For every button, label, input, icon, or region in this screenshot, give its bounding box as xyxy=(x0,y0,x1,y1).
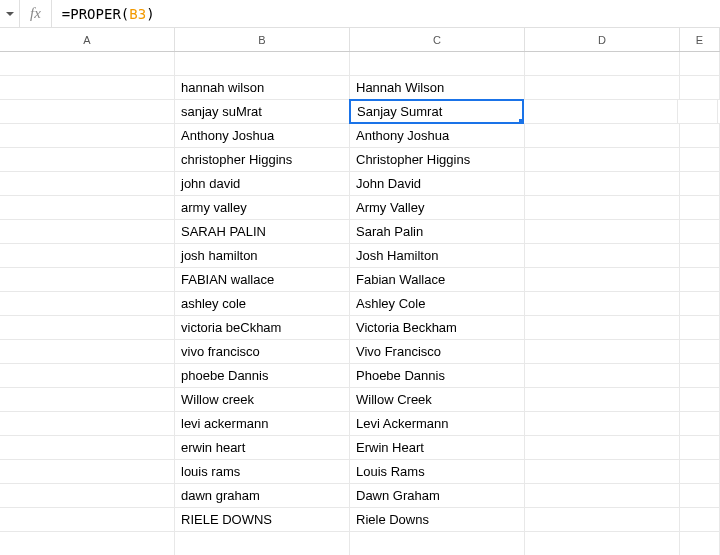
cell[interactable] xyxy=(350,532,525,555)
cell[interactable]: Ashley Cole xyxy=(350,292,525,315)
cell[interactable]: Hannah Wilson xyxy=(350,76,525,99)
cell[interactable] xyxy=(350,52,525,75)
cell[interactable]: Victoria Beckham xyxy=(350,316,525,339)
cell[interactable]: levi ackermann xyxy=(175,412,350,435)
cell[interactable]: John David xyxy=(350,172,525,195)
cell[interactable]: Levi Ackermann xyxy=(350,412,525,435)
cell[interactable]: Anthony Joshua xyxy=(175,124,350,147)
cell[interactable] xyxy=(525,292,680,315)
cell[interactable]: john david xyxy=(175,172,350,195)
cell[interactable] xyxy=(175,52,350,75)
cell[interactable]: sanjay suMrat xyxy=(175,100,350,123)
cell[interactable] xyxy=(680,364,720,387)
cell[interactable]: hannah wilson xyxy=(175,76,350,99)
cell[interactable] xyxy=(0,316,175,339)
cell[interactable]: Sarah Palin xyxy=(350,220,525,243)
cell[interactable]: Fabian Wallace xyxy=(350,268,525,291)
col-header-D[interactable]: D xyxy=(525,28,680,51)
cell[interactable] xyxy=(525,508,680,531)
cell[interactable] xyxy=(525,388,680,411)
cell[interactable] xyxy=(680,268,720,291)
cell[interactable]: victoria beCkham xyxy=(175,316,350,339)
cell[interactable] xyxy=(0,124,175,147)
cell[interactable] xyxy=(0,196,175,219)
cell[interactable] xyxy=(525,532,680,555)
cell[interactable] xyxy=(523,100,678,123)
cell[interactable] xyxy=(680,196,720,219)
cell[interactable] xyxy=(525,172,680,195)
cell[interactable] xyxy=(0,388,175,411)
cell[interactable]: Vivo Francisco xyxy=(350,340,525,363)
cell[interactable]: Willow Creek xyxy=(350,388,525,411)
cell[interactable]: christopher Higgins xyxy=(175,148,350,171)
cell[interactable]: Riele Downs xyxy=(350,508,525,531)
cell[interactable] xyxy=(0,460,175,483)
cell[interactable] xyxy=(0,244,175,267)
cell[interactable] xyxy=(0,532,175,555)
spreadsheet-grid[interactable]: hannah wilsonHannah Wilsonsanjay suMratS… xyxy=(0,52,720,555)
cell[interactable]: vivo francisco xyxy=(175,340,350,363)
cell[interactable]: Christopher Higgins xyxy=(350,148,525,171)
col-header-A[interactable]: A xyxy=(0,28,175,51)
cell[interactable] xyxy=(0,100,175,123)
cell[interactable]: Louis Rams xyxy=(350,460,525,483)
cell[interactable] xyxy=(0,52,175,75)
cell[interactable] xyxy=(680,292,720,315)
col-header-B[interactable]: B xyxy=(175,28,350,51)
cell[interactable] xyxy=(680,508,720,531)
cell[interactable] xyxy=(0,508,175,531)
cell[interactable] xyxy=(680,244,720,267)
cell[interactable]: Phoebe Dannis xyxy=(350,364,525,387)
cell[interactable] xyxy=(0,172,175,195)
cell[interactable] xyxy=(525,460,680,483)
cell[interactable]: Anthony Joshua xyxy=(350,124,525,147)
cell[interactable]: Army Valley xyxy=(350,196,525,219)
cell[interactable] xyxy=(525,76,680,99)
cell[interactable]: Erwin Heart xyxy=(350,436,525,459)
cell[interactable] xyxy=(0,340,175,363)
cell[interactable] xyxy=(680,76,720,99)
cell[interactable] xyxy=(680,340,720,363)
cell[interactable]: Josh Hamilton xyxy=(350,244,525,267)
cell[interactable] xyxy=(680,484,720,507)
cell[interactable] xyxy=(680,220,720,243)
cell[interactable]: Dawn Graham xyxy=(350,484,525,507)
cell[interactable]: Willow creek xyxy=(175,388,350,411)
cell[interactable] xyxy=(525,484,680,507)
cell[interactable]: ashley cole xyxy=(175,292,350,315)
cell[interactable] xyxy=(525,436,680,459)
formula-input[interactable]: =PROPER(B3) xyxy=(52,0,720,27)
col-header-C[interactable]: C xyxy=(350,28,525,51)
cell[interactable] xyxy=(0,484,175,507)
cell[interactable] xyxy=(525,148,680,171)
cell[interactable] xyxy=(680,388,720,411)
cell[interactable]: josh hamilton xyxy=(175,244,350,267)
cell[interactable] xyxy=(680,172,720,195)
cell[interactable] xyxy=(0,292,175,315)
cell[interactable]: FABIAN wallace xyxy=(175,268,350,291)
cell[interactable] xyxy=(0,436,175,459)
cell[interactable] xyxy=(525,364,680,387)
cell[interactable] xyxy=(525,52,680,75)
cell[interactable]: Sanjay Sumrat xyxy=(349,99,524,124)
cell[interactable] xyxy=(680,412,720,435)
cell[interactable] xyxy=(680,532,720,555)
cell[interactable] xyxy=(525,268,680,291)
cell[interactable] xyxy=(678,100,718,123)
cell[interactable] xyxy=(0,364,175,387)
cell[interactable] xyxy=(525,412,680,435)
cell[interactable] xyxy=(0,76,175,99)
cell[interactable] xyxy=(680,52,720,75)
cell[interactable]: erwin heart xyxy=(175,436,350,459)
cell[interactable]: army valley xyxy=(175,196,350,219)
cell[interactable] xyxy=(680,436,720,459)
cell[interactable]: SARAH PALIN xyxy=(175,220,350,243)
name-box-dropdown[interactable] xyxy=(0,0,20,27)
cell[interactable] xyxy=(680,124,720,147)
cell[interactable] xyxy=(525,316,680,339)
cell[interactable] xyxy=(680,460,720,483)
cell[interactable]: RIELE DOWNS xyxy=(175,508,350,531)
col-header-E[interactable]: E xyxy=(680,28,720,51)
cell[interactable] xyxy=(175,532,350,555)
cell[interactable] xyxy=(525,340,680,363)
